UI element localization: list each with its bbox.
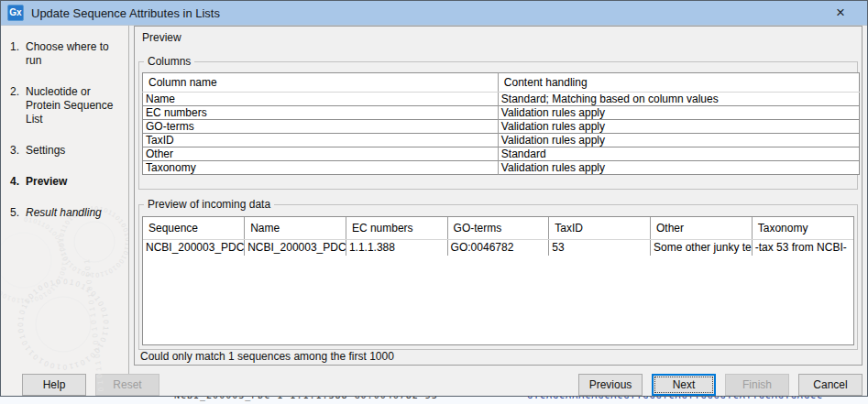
columns-table-row[interactable]: EC numbers Validation rules apply — [143, 106, 860, 120]
columns-table-row[interactable]: Other Standard — [143, 147, 860, 161]
incoming-data-group-label: Preview of incoming data — [144, 198, 274, 212]
col-header-ec-numbers: EC numbers — [346, 217, 447, 239]
wizard-step-choose-where-to-run: 1. Choose where to run — [10, 40, 125, 68]
incoming-data-header: Sequence Name EC numbers GO-terms TaxID … — [143, 217, 853, 239]
next-button[interactable]: Next — [652, 374, 716, 396]
wizard-step-settings: 3. Settings — [10, 144, 125, 158]
incoming-data-table[interactable]: Sequence Name EC numbers GO-terms TaxID … — [143, 217, 853, 256]
wizard-step-sequence-list: 2. Nucleotide or Protein Sequence List — [10, 85, 125, 126]
col-header-column-name: Column name — [143, 73, 499, 93]
footer-button-bar: Help Reset Previous Next Finish Cancel — [1, 373, 867, 396]
col-header-content-handling: Content handling — [498, 73, 859, 93]
cancel-button[interactable]: Cancel — [798, 374, 863, 396]
background-text-fragment-right: GTCAGCAAACAGCACGTTGGGTCAGTTGGGGTCATTGCAG… — [527, 397, 823, 400]
incoming-data-row[interactable]: NCBI_200003_PDC-1 NCBI_200003_PDC-1 1.1.… — [143, 239, 853, 256]
finish-button[interactable]: Finish — [725, 374, 789, 396]
update-sequence-attributes-dialog: Gx Update Sequence Attributes in Lists ×… — [0, 0, 868, 397]
col-header-sequence: Sequence — [143, 217, 245, 239]
columns-table[interactable]: Column name Content handling Name Standa… — [142, 72, 860, 175]
col-header-other: Other — [651, 217, 753, 239]
gx-app-icon: Gx — [7, 5, 24, 21]
col-header-taxonomy: Taxonomy — [752, 217, 853, 239]
columns-table-row[interactable]: TaxID Validation rules apply — [143, 134, 860, 147]
binary-swirl-watermark: 0101101001011010010110100101101001011010… — [1, 203, 129, 396]
wizard-step-list: 1. Choose where to run 2. Nucleotide or … — [1, 26, 128, 220]
columns-table-header: Column name Content handling — [143, 73, 860, 93]
wizard-step-result-handling: 5. Result handling — [10, 206, 125, 220]
col-header-go-terms: GO-terms — [447, 217, 549, 239]
col-header-name: Name — [245, 217, 346, 239]
screen: Gx Update Sequence Attributes in Lists ×… — [0, 0, 868, 404]
panel-title: Preview — [142, 31, 181, 44]
col-header-taxid: TaxID — [549, 217, 651, 239]
match-status-text: Could only match 1 sequences among the f… — [140, 350, 394, 363]
close-icon[interactable]: × — [827, 1, 854, 26]
background-text-fragment-left: NCBI_200003_PDC-1 1.1.1.388 GO:0046782 5… — [174, 397, 438, 400]
incoming-data-group-box: Preview of incoming data Sequence Name E… — [138, 204, 858, 350]
columns-table-row[interactable]: Name Standard; Matching based on column … — [143, 93, 860, 106]
columns-group-label: Columns — [144, 55, 194, 69]
preview-panel: Preview Columns Column name Content hand… — [134, 26, 863, 366]
previous-button[interactable]: Previous — [578, 374, 643, 396]
wizard-steps-sidebar: 0101101001011010010110100101101001011010… — [1, 26, 129, 396]
background-window-strip: NCBI_200003_PDC-1 1.1.1.388 GO:0046782 5… — [0, 397, 868, 404]
columns-table-row[interactable]: GO-terms Validation rules apply — [143, 120, 860, 134]
columns-table-row[interactable]: Taxonomy Validation rules apply — [143, 161, 860, 175]
columns-group-box: Columns Column name Content handling Nam… — [138, 61, 858, 190]
titlebar[interactable]: Gx Update Sequence Attributes in Lists × — [1, 1, 867, 26]
incoming-data-table-area[interactable]: Sequence Name EC numbers GO-terms TaxID … — [142, 216, 854, 345]
window-title: Update Sequence Attributes in Lists — [31, 6, 220, 20]
wizard-step-preview-current: 4. Preview — [10, 175, 125, 189]
